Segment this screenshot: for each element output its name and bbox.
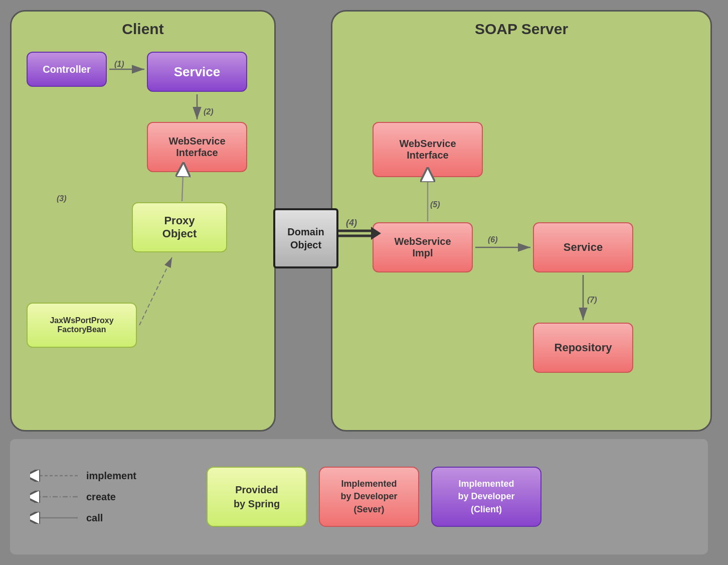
jaxws-box: JaxWsPortProxy FactoryBean — [27, 303, 137, 348]
proxy-object-box: Proxy Object — [132, 202, 227, 252]
legend-boxes: Provided by Spring Implemented by Develo… — [207, 467, 541, 527]
client-panel-title: Client — [12, 12, 274, 38]
svg-text:(6): (6) — [488, 235, 498, 244]
call-arrow-icon — [30, 512, 80, 524]
legend-create: create — [30, 491, 136, 503]
server-service-box: Service — [533, 222, 633, 272]
svg-text:(5): (5) — [430, 200, 440, 209]
repository-box: Repository — [533, 323, 633, 373]
server-panel: SOAP Server WebService Interface WebServ… — [331, 10, 712, 432]
implement-label: implement — [86, 470, 136, 482]
server-panel-title: SOAP Server — [332, 12, 710, 38]
call-label: call — [86, 512, 103, 524]
implemented-developer-client-box: Implemented by Developer (Client) — [431, 467, 541, 527]
svg-text:(7): (7) — [587, 296, 597, 304]
client-service-box: Service — [147, 52, 247, 92]
legend-implement: implement — [30, 470, 136, 482]
svg-text:(1): (1) — [114, 60, 124, 68]
legend-call: call — [30, 512, 136, 524]
create-label: create — [86, 491, 116, 503]
client-webservice-interface-box: WebService Interface — [147, 122, 247, 172]
implemented-developer-server-box: Implemented by Developer (Sever) — [319, 467, 419, 527]
webservice-impl-box: WebService Impl — [373, 222, 473, 272]
implement-arrow-icon — [30, 470, 80, 482]
client-panel: Client Controller Service WebService Int… — [10, 10, 276, 432]
provided-by-spring-box: Provided by Spring — [207, 467, 307, 527]
svg-text:(3): (3) — [57, 194, 67, 203]
legend-items: implement create — [30, 470, 136, 524]
svg-line-7 — [182, 175, 183, 201]
svg-line-8 — [139, 257, 172, 325]
server-webservice-interface-box: WebService Interface — [373, 122, 483, 177]
domain-object: Domain Object — [273, 208, 338, 268]
legend-area: implement create — [10, 439, 708, 554]
controller-box: Controller — [27, 52, 107, 87]
svg-text:(2): (2) — [204, 107, 214, 116]
create-arrow-icon — [30, 491, 80, 503]
